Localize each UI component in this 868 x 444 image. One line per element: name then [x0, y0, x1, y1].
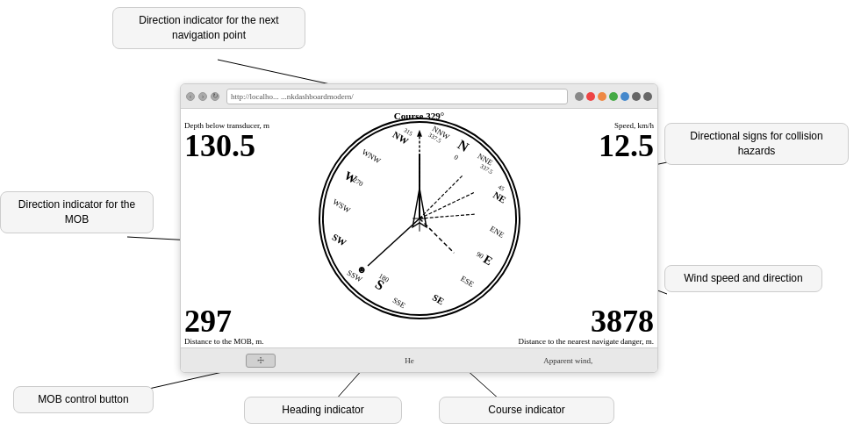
browser-icon-7 — [643, 92, 652, 101]
heading-tab[interactable]: He — [405, 356, 414, 365]
callout-mob-button: MOB control button — [13, 386, 154, 413]
browser-icon-1 — [575, 92, 584, 101]
mob-label: Distance to the MOB, m. — [184, 337, 264, 346]
mob-value: 297 — [184, 305, 264, 337]
browser-icon-2 — [586, 92, 595, 101]
back-button[interactable]: ‹ — [186, 92, 195, 101]
browser-icon-4 — [609, 92, 618, 101]
mob-button[interactable]: ☩ — [246, 354, 276, 368]
danger-value: 3878 — [518, 305, 654, 337]
heading-tab-label: He — [405, 356, 414, 365]
compass-container: N S W E NW NE SW SE WNW WSW ENE ESE — [319, 118, 520, 319]
address-bar[interactable]: http://localho... ...nkdashboardmodern/ — [226, 89, 568, 104]
callout-heading: Heading indicator — [244, 397, 402, 424]
browser-icons — [575, 92, 652, 101]
refresh-button[interactable]: ↻ — [211, 92, 219, 101]
compass-circle: N S W E NW NE SW SE WNW WSW ENE ESE — [319, 118, 520, 319]
callout-next-nav-point: Direction indicator for the next navigat… — [112, 7, 305, 49]
callout-course: Course indicator — [439, 397, 614, 424]
svg-text:☻: ☻ — [355, 263, 366, 276]
url-text: http://localho... ...nkdashboardmodern/ — [231, 92, 354, 101]
browser-toolbar: ‹ › ↻ http://localho... ...nkdashboardmo… — [181, 84, 657, 109]
depth-panel: Depth below transducer, m 130.5 — [184, 121, 269, 161]
danger-panel: 3878 Distance to the nearest navigate da… — [518, 305, 654, 346]
mob-panel: 297 Distance to the MOB, m. — [184, 305, 264, 346]
nav-content: Course 329° Depth below transducer, m 13… — [181, 109, 657, 372]
speed-value: 12.5 — [599, 130, 654, 161]
browser-icon-3 — [598, 92, 606, 101]
wind-tab[interactable]: Apparent wind, — [543, 356, 592, 365]
forward-button[interactable]: › — [198, 92, 207, 101]
callout-wind: Wind speed and direction — [664, 265, 822, 292]
wind-tab-label: Apparent wind, — [543, 356, 592, 365]
browser-icon-5 — [621, 92, 629, 101]
callout-collision: Directional signs for collision hazards — [664, 123, 849, 165]
speed-panel: Speed, km/h 12.5 — [599, 121, 654, 161]
compass-svg: N S W E NW NE SW SE WNW WSW ENE ESE — [320, 119, 519, 318]
callout-mob-direction: Direction indicator for the MOB — [0, 191, 154, 233]
mob-button-icon: ☩ — [257, 356, 264, 365]
danger-label: Distance to the nearest navigate danger,… — [518, 337, 654, 346]
browser-icon-6 — [632, 92, 641, 101]
bottom-bar: ☩ He Apparent wind, — [181, 347, 657, 372]
browser-window: ‹ › ↻ http://localho... ...nkdashboardmo… — [180, 83, 658, 373]
depth-value: 130.5 — [184, 130, 269, 161]
